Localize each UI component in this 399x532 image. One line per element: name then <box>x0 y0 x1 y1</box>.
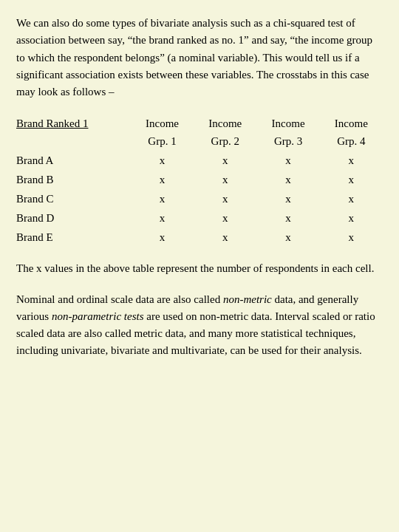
table-row: Brand E x x x x <box>16 228 383 247</box>
table-row: Brand D x x x x <box>16 208 383 228</box>
g3-cell: x <box>256 170 319 189</box>
brand-cell: Brand C <box>16 189 131 208</box>
brand-cell: Brand A <box>16 151 131 170</box>
col2-header: Income Grp. 1 <box>131 114 194 151</box>
g2-cell: x <box>194 151 256 170</box>
g2-cell: x <box>194 170 256 189</box>
brand-cell: Brand D <box>16 208 131 228</box>
crosstab-table: Brand Ranked 1 Income Grp. 1 Income Grp.… <box>16 114 383 247</box>
col5-header: Income Grp. 4 <box>320 114 383 151</box>
brand-cell: Brand B <box>16 170 131 189</box>
nominal-paragraph: Nominal and ordinal scale data are also … <box>16 291 383 360</box>
g1-cell: x <box>131 151 194 170</box>
table-row: Brand A x x x x <box>16 151 383 170</box>
nominal-italic2: non-parametric tests <box>52 310 144 322</box>
g2-cell: x <box>194 189 256 208</box>
g4-cell: x <box>320 208 383 228</box>
g1-cell: x <box>131 170 194 189</box>
g3-cell: x <box>256 151 319 170</box>
nominal-text-part1: Nominal and ordinal scale data are also … <box>16 293 223 305</box>
brand-cell: Brand E <box>16 228 131 247</box>
g2-cell: x <box>194 208 256 228</box>
intro-paragraph: We can also do some types of bivariate a… <box>16 15 383 100</box>
g1-cell: x <box>131 208 194 228</box>
g3-cell: x <box>256 208 319 228</box>
g1-cell: x <box>131 189 194 208</box>
col1-header: Brand Ranked 1 <box>16 114 131 151</box>
x-values-note: The x values in the above table represen… <box>16 260 383 277</box>
g4-cell: x <box>320 189 383 208</box>
nominal-italic1: non-metric <box>223 293 272 305</box>
g2-cell: x <box>194 228 256 247</box>
g4-cell: x <box>320 228 383 247</box>
g4-cell: x <box>320 151 383 170</box>
col3-header: Income Grp. 2 <box>194 114 256 151</box>
g3-cell: x <box>256 189 319 208</box>
table-row: Brand C x x x x <box>16 189 383 208</box>
col4-header: Income Grp. 3 <box>256 114 319 151</box>
g1-cell: x <box>131 228 194 247</box>
g4-cell: x <box>320 170 383 189</box>
g3-cell: x <box>256 228 319 247</box>
table-row: Brand B x x x x <box>16 170 383 189</box>
